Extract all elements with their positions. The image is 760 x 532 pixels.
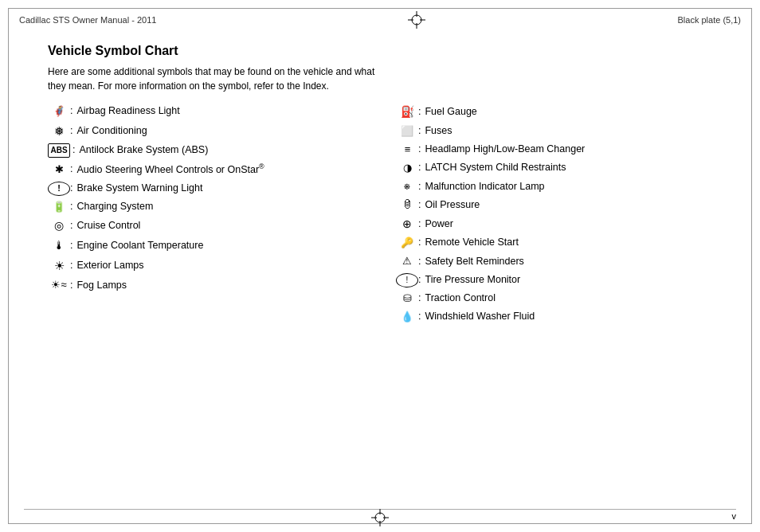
list-item: 🌡 : Engine Coolant Temperature — [48, 238, 364, 254]
audio-icon: ✱ — [48, 162, 70, 177]
audio-label: Audio Steering Wheel Controls or OnStar® — [76, 162, 264, 178]
cruise-label: Cruise Control — [76, 219, 140, 233]
exterior-lamps-label: Exterior Lamps — [76, 259, 143, 273]
seatbelt-label: Safety Belt Reminders — [425, 255, 523, 269]
header-right: Black plate (5,1) — [678, 15, 741, 25]
intro-text: Here are some additional symbols that ma… — [48, 65, 382, 93]
page-number: v — [732, 511, 737, 521]
list-item: 💧 : Windshield Washer Fluid — [396, 310, 712, 324]
list-item: 🔑 : Remote Vehicle Start — [396, 236, 712, 250]
cruise-icon: ◎ — [48, 218, 70, 234]
remote-start-icon: 🔑 — [396, 236, 418, 250]
airbag-icon: 🦸 — [48, 104, 70, 119]
fuel-gauge-icon: ⛽ — [396, 104, 418, 120]
section-title: Vehicle Symbol Chart — [48, 44, 712, 58]
list-item: ◎ : Cruise Control — [48, 218, 364, 234]
fog-lamps-label: Fog Lamps — [76, 279, 127, 293]
left-column: 🦸 : Airbag Readiness Light ❅ : Air Condi… — [48, 104, 364, 328]
header-left: Cadillac STS Owner Manual - 2011 — [19, 15, 156, 25]
list-item: ◑ : LATCH System Child Restraints — [396, 161, 712, 175]
list-item: ⎈ : Malfunction Indicator Lamp — [396, 179, 712, 194]
exterior-lamps-icon: ☀ — [48, 257, 70, 274]
list-item: ⬜ : Fuses — [396, 124, 712, 139]
washer-fluid-label: Windshield Washer Fluid — [425, 310, 535, 324]
corner-bl — [8, 514, 18, 524]
charging-icon: 🔋 — [48, 200, 70, 214]
fuses-label: Fuses — [425, 124, 452, 139]
crosshair-top-icon — [408, 11, 425, 29]
charging-label: Charging System — [76, 200, 153, 214]
mil-label: Malfunction Indicator Lamp — [425, 180, 544, 194]
list-item: ABS : Antilock Brake System (ABS) — [48, 143, 364, 158]
list-item: ❅ : Air Conditioning — [48, 123, 364, 139]
power-label: Power — [425, 217, 452, 232]
ac-icon: ❅ — [48, 123, 70, 139]
latch-icon: ◑ — [396, 161, 418, 175]
tpm-label: Tire Pressure Monitor — [425, 273, 520, 288]
list-item: ☀≈ : Fog Lamps — [48, 278, 364, 292]
tpm-icon: ! — [396, 273, 418, 288]
list-item: ! : Brake System Warning Light — [48, 182, 364, 196]
list-item: ⚠ : Safety Belt Reminders — [396, 254, 712, 268]
fuel-gauge-label: Fuel Gauge — [425, 105, 476, 119]
abs-icon: ABS — [48, 143, 70, 158]
coolant-label: Engine Coolant Temperature — [76, 239, 203, 253]
remote-start-label: Remote Vehicle Start — [425, 236, 518, 250]
fuses-icon: ⬜ — [396, 124, 418, 139]
headlamp-icon: ≡ — [396, 143, 418, 157]
list-item: 🛢 : Oil Pressure — [396, 198, 712, 212]
airbag-label: Airbag Readiness Light — [76, 104, 179, 119]
fog-lamps-icon: ☀≈ — [48, 278, 70, 292]
washer-fluid-icon: 💧 — [396, 310, 418, 324]
corner-br — [742, 514, 752, 524]
oil-pressure-label: Oil Pressure — [425, 198, 480, 213]
list-item: ! : Tire Pressure Monitor — [396, 273, 712, 288]
page-header: Cadillac STS Owner Manual - 2011 Black p… — [0, 11, 760, 29]
abs-label: Antilock Brake System (ABS) — [79, 143, 208, 158]
ac-label: Air Conditioning — [76, 124, 147, 139]
traction-control-label: Traction Control — [425, 291, 495, 306]
list-item: 🦸 : Airbag Readiness Light — [48, 104, 364, 119]
crosshair-bottom-icon — [371, 509, 389, 526]
brake-icon: ! — [48, 182, 70, 196]
list-item: ⊕ : Power — [396, 217, 712, 233]
list-item: ≡ : Headlamp High/Low-Beam Changer — [396, 143, 712, 157]
headlamp-label: Headlamp High/Low-Beam Changer — [425, 143, 585, 157]
mil-icon: ⎈ — [396, 179, 418, 194]
list-item: ☀ : Exterior Lamps — [48, 257, 364, 274]
list-item: 🔋 : Charging System — [48, 200, 364, 214]
right-column: ⛽ : Fuel Gauge ⬜ : Fuses ≡ : Headlamp Hi… — [396, 104, 712, 328]
latch-label: LATCH System Child Restraints — [425, 161, 566, 175]
crosshair-bottom — [371, 509, 389, 529]
oil-pressure-icon: 🛢 — [396, 198, 418, 212]
list-item: ⛁ : Traction Control — [396, 291, 712, 306]
list-item: ✱ : Audio Steering Wheel Controls or OnS… — [48, 162, 364, 178]
seatbelt-icon: ⚠ — [396, 254, 418, 268]
traction-control-icon: ⛁ — [396, 291, 418, 306]
list-item: ⛽ : Fuel Gauge — [396, 104, 712, 120]
power-icon: ⊕ — [396, 217, 418, 233]
symbol-columns: 🦸 : Airbag Readiness Light ❅ : Air Condi… — [48, 104, 712, 328]
coolant-icon: 🌡 — [48, 238, 70, 254]
brake-label: Brake System Warning Light — [76, 182, 202, 196]
main-content: Vehicle Symbol Chart Here are some addit… — [48, 44, 712, 328]
